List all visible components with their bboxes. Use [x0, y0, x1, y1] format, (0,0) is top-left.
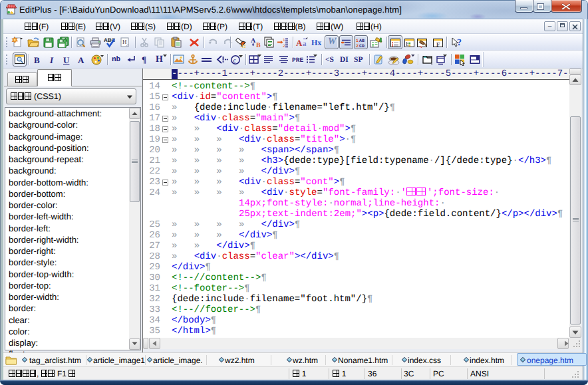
svg-text:CD: CD: [359, 44, 365, 49]
svg-text:Hx: Hx: [311, 38, 321, 47]
svg-text:AB: AB: [359, 39, 365, 43]
svg-text:B: B: [256, 42, 261, 49]
svg-text:1: 1: [356, 39, 359, 43]
svg-text:2: 2: [283, 44, 285, 49]
svg-text:a: a: [303, 40, 307, 48]
svg-text:c: c: [233, 57, 237, 64]
svg-text:1: 1: [283, 38, 285, 43]
svg-text:2: 2: [356, 44, 359, 49]
svg-text:H: H: [122, 39, 127, 45]
svg-text:A: A: [296, 38, 303, 48]
svg-text:F: F: [436, 41, 440, 48]
